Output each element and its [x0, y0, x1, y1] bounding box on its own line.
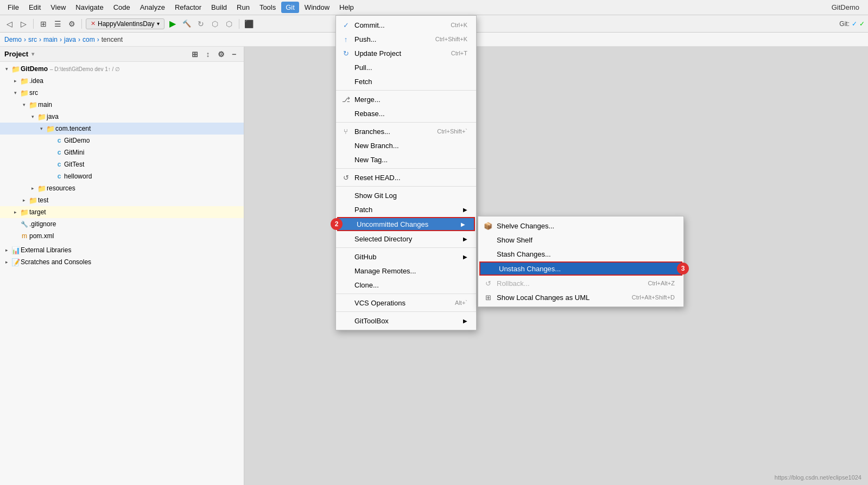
- toolbar-sep-1: [33, 19, 34, 29]
- menu-github[interactable]: GitHub ▶: [336, 250, 476, 264]
- menu-navigate[interactable]: Navigate: [71, 2, 107, 13]
- sidebar-close-btn[interactable]: −: [229, 49, 239, 60]
- submenu-show-uml[interactable]: ⊞ Show Local Changes as UML Ctrl+Alt+Shi…: [478, 290, 683, 304]
- uncommitted-label: Uncommitted Changes: [357, 220, 457, 228]
- git-label: Git:: [839, 20, 850, 28]
- tree-resources[interactable]: ▸ 📁 resources: [0, 182, 244, 194]
- menu-new-branch[interactable]: New Branch...: [336, 138, 476, 152]
- menu-file[interactable]: File: [3, 2, 23, 13]
- menu-view[interactable]: View: [46, 2, 70, 13]
- tree-gittest[interactable]: ▸ c GitTest: [0, 158, 244, 170]
- stop-btn[interactable]: ⬛: [243, 18, 255, 30]
- sidebar-sort-btn[interactable]: ↕: [202, 49, 213, 60]
- submenu-shelve[interactable]: 📦 Shelve Changes...: [478, 219, 683, 233]
- run-btn[interactable]: ▶: [167, 18, 179, 30]
- menu-patch[interactable]: Patch ▶: [336, 202, 476, 216]
- menu-window[interactable]: Window: [300, 2, 334, 13]
- menu-branches[interactable]: ⑂ Branches... Ctrl+Shift+`: [336, 124, 476, 138]
- menu-new-tag[interactable]: New Tag...: [336, 152, 476, 167]
- tree-gitmini[interactable]: ▸ c GitMini: [0, 146, 244, 158]
- tree-idea[interactable]: ▸ 📁 .idea: [0, 75, 244, 87]
- tree-ext-libs[interactable]: ▸ 📊 External Libraries: [0, 244, 244, 256]
- submenu-stash[interactable]: Stash Changes...: [478, 247, 683, 261]
- menu-tools[interactable]: Tools: [255, 2, 280, 13]
- tree-root[interactable]: ▾ 📁 GitDemo – D:\test\GitDemo dev 1↑ / ∅: [0, 63, 244, 75]
- chevron-down-icon: ▾: [157, 21, 160, 27]
- submenu-unstash[interactable]: Unstash Changes... 3: [479, 261, 682, 276]
- tree-pomxml[interactable]: ▸ m pom.xml: [0, 230, 244, 242]
- show-git-log-label: Show Git Log: [354, 192, 467, 200]
- tree-gitignore[interactable]: ▸ 🔧 .gitignore: [0, 218, 244, 230]
- menu-uncommitted[interactable]: Uncommitted Changes ▶ 2: [337, 217, 475, 231]
- breadcrumb-com[interactable]: com: [83, 36, 95, 43]
- gittest-label: GitTest: [64, 161, 84, 168]
- breadcrumb-src[interactable]: src: [28, 36, 37, 43]
- debug-btn[interactable]: ↻: [195, 18, 207, 30]
- sidebar-settings-btn[interactable]: ⚙: [216, 49, 226, 60]
- submenu-rollback[interactable]: ↺ Rollback... Ctrl+Alt+Z: [478, 276, 683, 290]
- menu-git[interactable]: Git: [281, 2, 299, 13]
- tree-java[interactable]: ▾ 📁 java: [0, 111, 244, 123]
- menu-reset-head[interactable]: ↺ Reset HEAD...: [336, 170, 476, 184]
- breadcrumb-tencent: tencent: [102, 36, 123, 43]
- git-status: Git: ✓ ✓: [839, 20, 865, 28]
- target-folder-icon: 📁: [20, 208, 29, 216]
- menu-merge[interactable]: ⎇ Merge...: [336, 92, 476, 106]
- menu-vcs-ops[interactable]: VCS Operations Alt+`: [336, 296, 476, 310]
- breadcrumb-demo[interactable]: Demo: [4, 36, 22, 43]
- menu-clone[interactable]: Clone...: [336, 278, 476, 292]
- menu-help[interactable]: Help: [335, 2, 358, 13]
- project-dropdown-icon[interactable]: ▾: [31, 51, 34, 57]
- menu-gittoolbox[interactable]: GitToolBox ▶: [336, 314, 476, 328]
- menu-show-git-log[interactable]: Show Git Log: [336, 188, 476, 202]
- toolbar-sep-3: [239, 19, 239, 29]
- toolbar-back-btn[interactable]: ◁: [3, 18, 15, 30]
- tree-src[interactable]: ▾ 📁 src: [0, 87, 244, 99]
- menu-run[interactable]: Run: [232, 2, 254, 13]
- git-dropdown-menu: ✓ Commit... Ctrl+K ↑ Push... Ctrl+Shift+…: [335, 15, 477, 330]
- menu-fetch[interactable]: Fetch: [336, 74, 476, 88]
- profile-btn[interactable]: ⬡: [223, 18, 235, 30]
- menu-commit[interactable]: ✓ Commit... Ctrl+K: [336, 18, 476, 32]
- helloword-label: helloword: [64, 173, 92, 180]
- menu-push[interactable]: ↑ Push... Ctrl+Shift+K: [336, 32, 476, 46]
- sep3: ›: [60, 36, 62, 43]
- toolbar-expand-btn[interactable]: ⊞: [37, 18, 49, 30]
- breadcrumb-java[interactable]: java: [64, 36, 76, 43]
- tree-com-tencent[interactable]: ▾ 📁 com.tencent: [0, 123, 244, 135]
- submenu-show-shelf[interactable]: Show Shelf: [478, 233, 683, 247]
- tree-test[interactable]: ▸ 📁 test: [0, 194, 244, 206]
- tree-scratches[interactable]: ▸ 📝 Scratches and Consoles: [0, 256, 244, 268]
- toolbar-settings-btn[interactable]: ⚙: [66, 18, 78, 30]
- menu-manage-remotes[interactable]: Manage Remotes...: [336, 264, 476, 278]
- menu-edit[interactable]: Edit: [24, 2, 45, 13]
- menu-build[interactable]: Build: [207, 2, 231, 13]
- tree-target[interactable]: ▸ 📁 target: [0, 206, 244, 218]
- coverage-btn[interactable]: ⬡: [209, 18, 221, 30]
- menu-refactor[interactable]: Refactor: [170, 2, 206, 13]
- tree-main[interactable]: ▾ 📁 main: [0, 99, 244, 111]
- sep-1: [336, 90, 476, 91]
- branch-selector[interactable]: ✕ HappyValentinsDay ▾: [86, 18, 164, 29]
- branches-label: Branches...: [354, 127, 433, 136]
- root-folder-icon: 📁: [11, 65, 21, 73]
- rollback-label: Rollback...: [497, 279, 643, 288]
- pom-label: pom.xml: [29, 232, 54, 240]
- tree-helloword[interactable]: ▸ c helloword: [0, 170, 244, 182]
- toolbar-forward-btn[interactable]: ▷: [17, 18, 29, 30]
- menu-selected-dir[interactable]: Selected Directory ▶: [336, 232, 476, 246]
- scratches-icon: 📝: [11, 258, 21, 266]
- push-icon: ↑: [341, 35, 350, 43]
- menu-update[interactable]: ↻ Update Project Ctrl+T: [336, 46, 476, 60]
- menu-pull[interactable]: Pull...: [336, 60, 476, 74]
- fetch-label: Fetch: [354, 78, 467, 86]
- toolbar-list-btn[interactable]: ☰: [52, 18, 64, 30]
- menu-rebase[interactable]: Rebase...: [336, 106, 476, 120]
- tree-gitdemo[interactable]: ▸ c GitDemo: [0, 135, 244, 146]
- sidebar-collapse-btn[interactable]: ⊞: [189, 49, 200, 60]
- gitmini-label: GitMini: [64, 149, 84, 156]
- menu-analyze[interactable]: Analyze: [136, 2, 169, 13]
- build-btn[interactable]: 🔨: [181, 18, 193, 30]
- menu-code[interactable]: Code: [109, 2, 135, 13]
- breadcrumb-main[interactable]: main: [43, 36, 58, 43]
